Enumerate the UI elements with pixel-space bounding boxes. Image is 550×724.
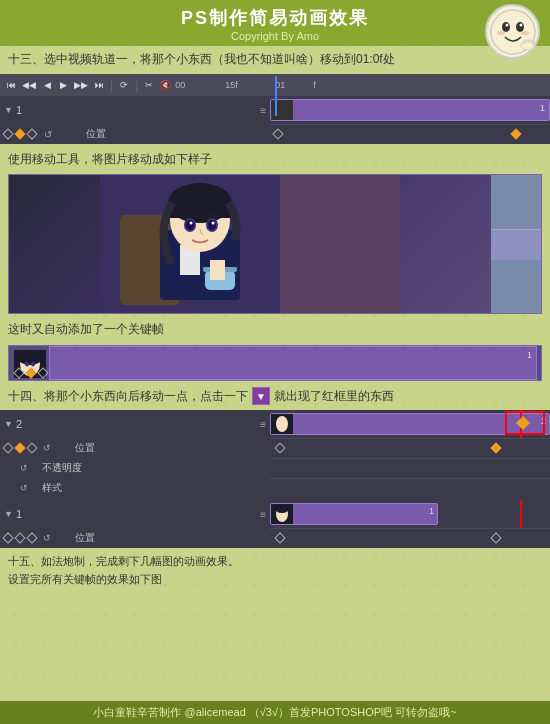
tl2-t1-add[interactable]: [14, 532, 25, 543]
tl2-clip2-thumb: [271, 414, 293, 434]
tl2-track1-num: 1: [16, 508, 22, 520]
tl2-opacity-label: 不透明度: [42, 461, 82, 475]
tl2-track2-label: ▼ 2 ≡: [0, 410, 270, 438]
tl2-t1-next[interactable]: [26, 532, 37, 543]
tl2-opacity-left: ↺ 不透明度: [0, 461, 270, 475]
kf-right-1: [270, 124, 550, 144]
svg-point-32: [25, 362, 29, 367]
tl-prev-btn[interactable]: ◀◀: [20, 79, 38, 91]
tl-end-btn[interactable]: ⏭: [92, 79, 106, 91]
tl2-opacity-row: ↺ 不透明度: [0, 458, 550, 478]
header-title: PS制作简易动画效果: [0, 6, 550, 30]
tl2-t1-refresh[interactable]: ↺: [43, 533, 51, 543]
anime-image: [9, 175, 491, 313]
strip-bot: [491, 260, 541, 314]
tl-ruler: 00 15f 01 f: [175, 78, 546, 92]
tl2-track1-expand[interactable]: ▼: [4, 509, 13, 519]
svg-point-2: [516, 22, 524, 32]
step13-move-text: 使用移动工具，将图片移动成如下样子: [0, 146, 550, 172]
kf-bottom-markers: [15, 369, 47, 377]
svg-rect-28: [210, 260, 225, 280]
image-display: [8, 174, 542, 314]
timeline1: ⏮ ◀◀ ◀ ▶ ▶▶ ⏭ | ⟳ | ✂ 🔇 00 15f 01 f ▼: [0, 74, 550, 144]
keyframe-strip: 1: [8, 345, 542, 381]
tl2-t1-kf-2[interactable]: [490, 532, 501, 543]
tl2-t1-kf-1[interactable]: [274, 532, 285, 543]
tl2-clip1-thumb: [271, 504, 293, 524]
header-subtitle: Copyright By Amo: [0, 30, 550, 42]
tl2-opacity-refresh[interactable]: ↺: [20, 463, 28, 473]
tl2-style-right: [270, 478, 550, 498]
kf-bot-prev[interactable]: [13, 367, 24, 378]
tl-play-btn[interactable]: ▶: [56, 79, 70, 91]
step14-pre-text: 十四、将那个小东西向后移动一点，点击一下: [8, 388, 248, 405]
tl2-track2-content: 2: [270, 410, 550, 438]
tl-back-btn[interactable]: ◀: [40, 79, 54, 91]
tl-sep2: |: [135, 78, 138, 92]
svg-point-5: [497, 31, 505, 35]
tl2-pos-prev[interactable]: [2, 442, 13, 453]
tl-fwd-btn[interactable]: ▶▶: [72, 79, 90, 91]
footer: 小白童鞋辛苦制作 @alicemead （√3√）首发PHOTOSHOP吧 可转…: [0, 701, 550, 724]
kf-refresh-icon[interactable]: ↺: [44, 129, 52, 140]
svg-rect-13: [280, 175, 400, 314]
svg-point-25: [212, 222, 215, 225]
tl2-style-refresh[interactable]: ↺: [20, 483, 28, 493]
kf-nav-prev[interactable]: [2, 128, 13, 139]
tl2-style-row: ↺ 样式: [0, 478, 550, 498]
tl2-pos-kf-1[interactable]: [274, 442, 285, 453]
track-expand-arrow[interactable]: ▼: [4, 105, 13, 115]
track-number-1: 1: [16, 104, 22, 116]
tl2-track2-num: 2: [16, 418, 22, 430]
ruler-label-00: 00: [175, 80, 185, 90]
svg-point-22: [186, 220, 194, 230]
tl2-track1-content: 1: [270, 500, 550, 528]
svg-point-8: [523, 40, 527, 44]
tl2-pos-kf-2[interactable]: [490, 442, 501, 453]
playhead[interactable]: [275, 76, 277, 116]
tl2-clip-2: 2: [270, 413, 550, 435]
svg-point-1: [502, 22, 510, 32]
step15-text: 十五、如法炮制，完成剩下几幅图的动画效果。 设置完所有关键帧的效果如下图: [0, 550, 550, 590]
tl2-t1-prev[interactable]: [2, 532, 13, 543]
tl2-track1-kf-row: ↺ 位置: [0, 528, 550, 548]
kf-strip-body: 1: [49, 346, 537, 380]
tl-loop-btn[interactable]: ⟳: [117, 79, 131, 91]
tl2-opacity-right: [270, 458, 550, 478]
tl2-style-label: 样式: [42, 481, 62, 495]
svg-rect-19: [168, 203, 232, 218]
tl2-track2-expand[interactable]: ▼: [4, 419, 13, 429]
tl-audio-btn[interactable]: 🔇: [158, 79, 173, 91]
kf-add-btn[interactable]: [14, 128, 25, 139]
tl2-track1-opts[interactable]: ≡: [260, 509, 266, 520]
tl2-track2-opts[interactable]: ≡: [260, 419, 266, 430]
strip-top: [491, 175, 541, 230]
tl-cut-btn[interactable]: ✂: [142, 79, 156, 91]
tl2-pos-right: [270, 438, 550, 458]
tl2-pos-next[interactable]: [26, 442, 37, 453]
track-options-1[interactable]: ≡: [260, 105, 266, 116]
tl-start-btn[interactable]: ⏮: [4, 79, 18, 91]
kf-track-point-1[interactable]: [272, 128, 283, 139]
svg-point-23: [208, 220, 216, 230]
tl2-pos-left: ↺ 位置: [0, 441, 270, 455]
svg-point-38: [275, 505, 289, 513]
kf-track-point-2[interactable]: [510, 128, 521, 139]
avatar: [485, 4, 540, 59]
step14-arrow-btn[interactable]: ▼: [252, 387, 270, 405]
tl2-t1-pos-label: 位置: [75, 531, 95, 545]
step14-post-text: 就出现了红框里的东西: [274, 388, 394, 405]
kf-bot-cur[interactable]: [25, 367, 36, 378]
tl2-pos-refresh[interactable]: ↺: [43, 443, 51, 453]
timeline-toolbar: ⏮ ◀◀ ◀ ▶ ▶▶ ⏭ | ⟳ | ✂ 🔇 00 15f 01 f: [0, 74, 550, 96]
ruler-label-15f: 15f: [225, 80, 238, 90]
tl2-pos-row: ↺ 位置: [0, 438, 550, 458]
tl2-track1-kf-right: [270, 528, 550, 548]
tl2-pos-add[interactable]: [14, 442, 25, 453]
strip-mid: [491, 230, 541, 260]
clip-label-1: 1: [540, 103, 545, 113]
kf-nav-next[interactable]: [26, 128, 37, 139]
track-clip-1: 1: [270, 99, 550, 121]
kf-bot-next[interactable]: [37, 367, 48, 378]
svg-point-10: [531, 41, 535, 45]
